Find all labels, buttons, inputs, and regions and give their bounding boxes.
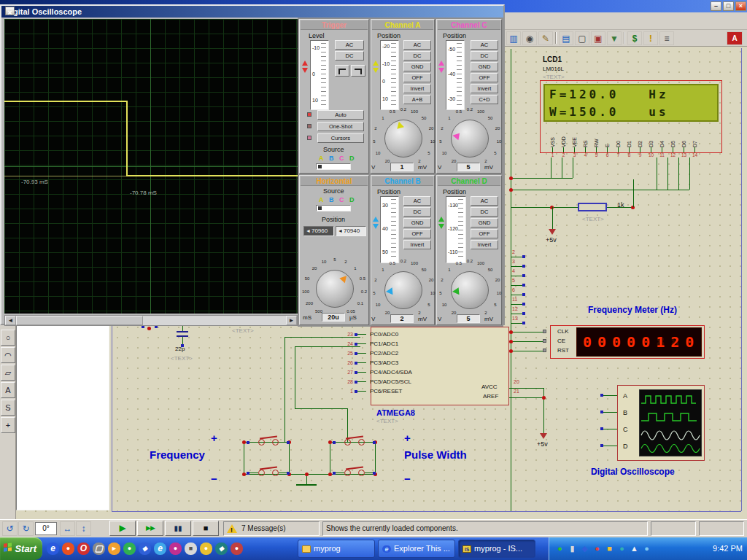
find-tag-icon[interactable]: ◉ [522,31,537,45]
tray-icon[interactable]: ● [592,544,602,553]
position-down-arrow[interactable] [373,68,379,73]
quick-launch-ie-icon[interactable]: e [47,542,59,555]
channel-a-gain-knob[interactable]: 20105210.50.210050201052 V 1 mV [368,107,438,170]
taskbar-window-isis[interactable]: ISmyprog - IS... [458,540,535,558]
channel-b-gnd-button[interactable]: GND [403,218,431,228]
oscilloscope-titlebar[interactable]: Digital Oscilloscope × [1,6,503,18]
design-explorer-icon[interactable]: ▤ [559,31,573,45]
play-button[interactable]: ▶ [109,521,136,536]
level-up-arrow[interactable] [302,61,308,66]
push-button[interactable] [333,467,376,481]
channel-c-gain-knob[interactable]: 20105210.50.210050201052 V 5 mV [435,107,505,170]
channel-b-gain-knob[interactable]: 20105210.50.210050201052 V 2 mV [368,259,438,322]
goto-sheet-icon[interactable]: ▼ [607,31,622,45]
arc-tool[interactable]: ◠ [1,347,15,363]
taskbar-window-explorer[interactable]: eExplorer This ... [378,540,455,558]
close-icon[interactable]: × [5,7,15,15]
channel-c-cplusd-button[interactable]: C+D [471,95,498,104]
netlist-icon[interactable]: ≡ [659,31,674,45]
position-up-arrow[interactable] [438,61,444,66]
tray-icon[interactable]: ● [555,544,565,553]
resistor-1k[interactable] [578,203,607,211]
message-counter[interactable]: !7 Message(s) [223,521,320,536]
tray-icon[interactable]: ● [642,544,651,553]
channel-a-aplusb-button[interactable]: A+B [403,95,431,104]
spin-arrow-icon[interactable]: ◄ [338,228,343,233]
trigger-ac-button[interactable]: AC [335,40,364,50]
channel-c-dc-button[interactable]: DC [471,51,498,61]
position-down-arrow[interactable] [438,68,444,73]
flip-horizontal-icon[interactable]: ↔ [60,521,75,536]
rotation-angle-input[interactable]: 0° [35,522,57,535]
channel-b-off-button[interactable]: OFF [403,229,431,238]
quick-launch-icon[interactable]: ◆ [215,542,228,555]
tray-icon[interactable]: ■ [605,544,614,553]
channel-c-invert-button[interactable]: Invert [471,84,498,93]
cursors-button[interactable]: Cursors [317,133,364,143]
path-tool[interactable]: ▱ [1,365,15,381]
auto-button[interactable]: Auto [317,110,364,120]
horizontal-position-spinner-1[interactable]: ◄70960 [303,226,334,236]
slider-thumb[interactable] [318,165,322,168]
trigger-source-slider[interactable] [316,163,351,170]
channel-d-gain-knob[interactable]: 20105210.50.210050201052 V 5 mV [435,259,505,322]
tray-icon[interactable]: ▮ [568,544,577,553]
horizontal-source-slider[interactable] [316,205,351,211]
falling-edge-button[interactable] [351,65,365,77]
erc-icon[interactable]: ! [643,31,658,45]
position-down-arrow[interactable] [438,224,444,229]
quick-launch-icon[interactable]: ● [169,542,182,555]
channel-c-position-slider[interactable]: -50 -40 -30 [446,40,465,110]
tray-icon[interactable]: ● [617,544,627,553]
channel-b-dc-button[interactable]: DC [403,207,431,217]
trigger-level-slider[interactable]: -10 0 10 [310,40,329,110]
channel-d-ac-button[interactable]: AC [471,196,498,206]
channel-d-dc-button[interactable]: DC [471,207,498,217]
channel-a-off-button[interactable]: OFF [403,73,431,82]
channel-d-gnd-button[interactable]: GND [471,218,498,228]
push-button[interactable] [247,467,290,481]
step-button[interactable]: ▶▶ [137,521,163,536]
channel-d-position-slider[interactable]: -130 -120 -110 [446,196,466,263]
position-down-arrow[interactable] [373,224,379,229]
pause-button[interactable]: ▮▮ [165,521,191,536]
start-button[interactable]: Start [0,537,42,560]
quick-launch-icon[interactable]: ● [200,542,212,555]
scroll-thumb[interactable] [16,316,143,325]
maximize-button[interactable]: □ [723,1,734,11]
close-button[interactable]: × [735,1,746,11]
quick-launch-desktop-icon[interactable]: ▢ [93,542,105,555]
marker-tool[interactable]: + [1,417,15,433]
channel-c-ac-button[interactable]: AC [471,40,498,50]
graph-mode-icon[interactable]: ▥ [506,31,521,45]
level-down-arrow[interactable] [302,68,308,73]
channel-c-off-button[interactable]: OFF [471,73,498,82]
quick-launch-icon[interactable]: ◆ [139,542,151,555]
position-up-arrow[interactable] [373,217,379,222]
quick-launch-icon[interactable]: e [154,542,166,555]
trigger-dc-button[interactable]: DC [335,51,364,61]
channel-d-off-button[interactable]: OFF [471,229,498,238]
scope-scrollbar[interactable]: ◄ ► [4,315,298,326]
minimize-button[interactable]: – [711,1,721,11]
position-up-arrow[interactable] [373,61,379,66]
channel-b-invert-button[interactable]: Invert [403,240,431,249]
spin-arrow-icon[interactable]: ◄ [306,228,311,233]
channel-c-gnd-button[interactable]: GND [471,62,498,71]
position-up-arrow[interactable] [438,217,444,222]
ellipse-tool[interactable]: ○ [1,330,15,346]
channel-a-dc-button[interactable]: DC [403,51,431,61]
quick-launch-icon[interactable]: ● [123,542,136,555]
push-button[interactable] [247,436,290,451]
horizontal-position-spinner-2[interactable]: ◄70940 [336,226,366,236]
timebase-knob[interactable]: 5002001005020105210.50.20.10.05 mS 20u µ… [300,257,370,320]
text-tool[interactable]: A [1,382,15,398]
scroll-left-icon[interactable]: ◄ [5,316,16,325]
stop-button[interactable]: ■ [193,521,219,536]
channel-d-invert-button[interactable]: Invert [471,240,498,249]
property-assignment-icon[interactable]: ✎ [538,31,553,45]
rotate-ccw-icon[interactable]: ↺ [2,521,18,536]
flip-vertical-icon[interactable]: ↕ [76,521,91,536]
taskbar-window-myprog[interactable]: myprog [298,540,375,558]
ares-icon[interactable]: A [727,31,743,45]
